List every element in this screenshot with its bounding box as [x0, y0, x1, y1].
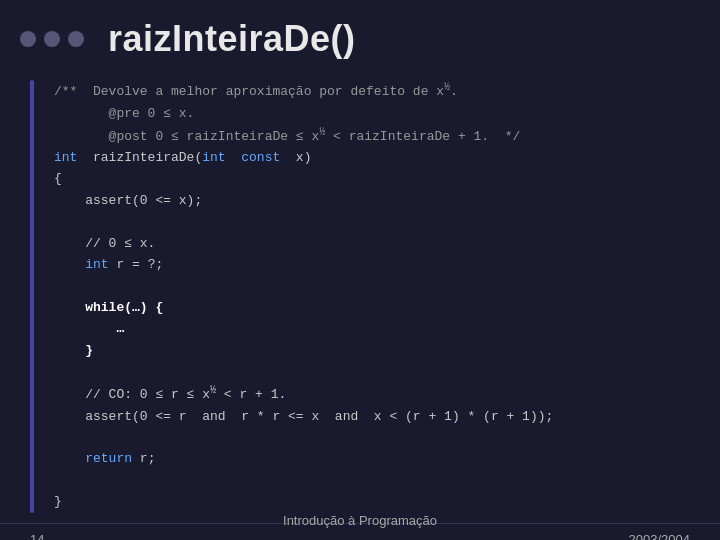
and-keyword-2: and — [335, 409, 358, 424]
content-area: /** Devolve a melhor aproximação por def… — [0, 70, 720, 523]
keyword-const: const — [241, 150, 280, 165]
slide-title: raizInteiraDe() — [108, 18, 356, 60]
keyword-int2: int — [202, 150, 225, 165]
code-block: /** Devolve a melhor aproximação por def… — [54, 80, 690, 513]
and-keyword: and — [202, 409, 225, 424]
ellipsis-line: … — [54, 321, 124, 336]
dot-3 — [68, 31, 84, 47]
dot-1 — [20, 31, 36, 47]
top-bar: raizInteiraDe() — [0, 0, 720, 70]
while-line: while(…) { — [54, 300, 163, 315]
keyword-int: int — [54, 150, 77, 165]
footer-page-number: 14 — [30, 532, 44, 540]
left-border-accent — [30, 80, 34, 513]
footer-year: 2003/2004 — [629, 532, 690, 540]
footer-course-name: Introdução à Programação — [283, 513, 437, 528]
slide: raizInteiraDe() /** Devolve a melhor apr… — [0, 0, 720, 540]
footer: 14 Introdução à Programação 2003/2004 — [0, 523, 720, 540]
keyword-return: return — [85, 451, 132, 466]
close-while: } — [54, 343, 93, 358]
dot-2 — [44, 31, 60, 47]
dots-container — [20, 31, 84, 47]
comment-block: /** Devolve a melhor aproximação por def… — [54, 84, 520, 143]
keyword-int3: int — [85, 257, 108, 272]
